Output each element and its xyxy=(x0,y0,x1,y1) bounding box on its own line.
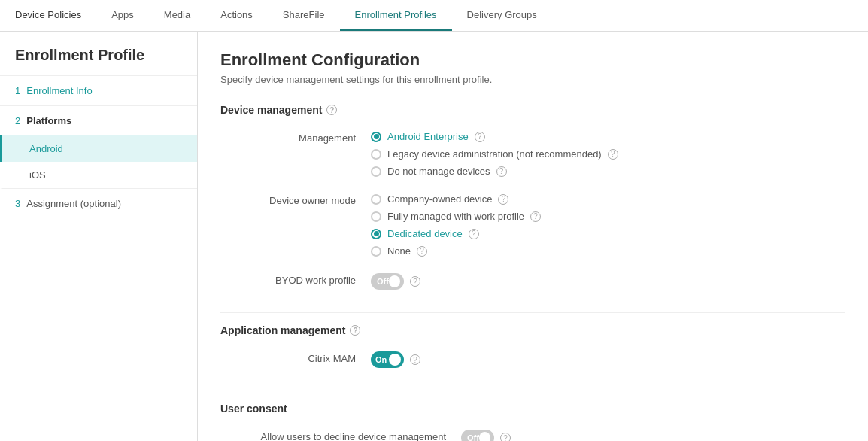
byod-toggle[interactable]: Off xyxy=(371,273,404,290)
sidebar-platform-ios[interactable]: iOS xyxy=(0,162,197,189)
legacy-help-icon[interactable]: ? xyxy=(608,149,618,160)
management-controls: Android Enterprise ? Legacy device admin… xyxy=(371,131,845,183)
citrix-mam-label: Citrix MAM xyxy=(220,351,371,364)
step-2-label: Platforms xyxy=(26,115,71,126)
step-3-number: 3 xyxy=(15,198,20,209)
citrix-mam-toggle[interactable]: On xyxy=(371,351,404,368)
nav-delivery-groups[interactable]: Delivery Groups xyxy=(452,0,552,31)
application-management-help-icon[interactable]: ? xyxy=(350,325,360,336)
company-owned-help-icon[interactable]: ? xyxy=(498,194,508,205)
radio-none-label: None xyxy=(387,245,411,257)
byod-label: BYOD work profile xyxy=(220,273,371,286)
allow-decline-help-icon[interactable]: ? xyxy=(500,433,511,441)
byod-toggle-container: Off ? xyxy=(371,273,845,290)
citrix-mam-toggle-knob xyxy=(389,354,401,366)
sidebar-steps: 1 Enrollment Info 2 Platforms Android iO… xyxy=(0,76,197,218)
sidebar: Enrollment Profile 1 Enrollment Info 2 P… xyxy=(0,32,198,441)
radio-android-enterprise-label: Android Enterprise xyxy=(387,131,469,142)
device-management-section: Device management ? Management Android E… xyxy=(220,104,845,290)
radio-legacy-circle xyxy=(371,149,381,160)
citrix-mam-toggle-label: On xyxy=(375,355,387,364)
citrix-mam-help-icon[interactable]: ? xyxy=(410,354,420,365)
step-1-number: 1 xyxy=(15,85,20,96)
byod-toggle-label: Off xyxy=(377,277,389,286)
user-consent-title: User consent xyxy=(220,403,287,415)
main-layout: Enrollment Profile 1 Enrollment Info 2 P… xyxy=(0,32,868,441)
sidebar-title: Enrollment Profile xyxy=(0,32,197,76)
device-management-header: Device management ? xyxy=(220,104,845,116)
application-management-title: Application management xyxy=(220,324,345,336)
nav-device-policies[interactable]: Device Policies xyxy=(0,0,96,31)
radio-legacy-label: Legacy device administration (not recomm… xyxy=(387,148,602,160)
radio-do-not-manage-circle xyxy=(371,166,381,177)
nav-media[interactable]: Media xyxy=(149,0,205,31)
none-help-icon[interactable]: ? xyxy=(417,246,427,257)
radio-do-not-manage-label: Do not manage devices xyxy=(387,166,490,177)
byod-help-icon[interactable]: ? xyxy=(410,276,420,287)
application-management-header: Application management ? xyxy=(220,324,845,336)
step-3-label: Assignment (optional) xyxy=(26,198,121,209)
sidebar-platform-android[interactable]: Android xyxy=(0,135,197,162)
radio-fully-managed[interactable]: Fully managed with work profile ? xyxy=(371,211,845,222)
main-content: Enrollment Configuration Specify device … xyxy=(198,32,868,441)
radio-android-enterprise[interactable]: Android Enterprise ? xyxy=(371,131,845,142)
page-subtitle: Specify device management settings for t… xyxy=(220,74,845,85)
byod-controls: Off ? xyxy=(371,273,845,290)
sidebar-step-2[interactable]: 2 Platforms xyxy=(0,106,197,135)
top-navigation: Device Policies Apps Media Actions Share… xyxy=(0,0,868,32)
radio-android-enterprise-circle xyxy=(371,132,381,142)
allow-decline-toggle[interactable]: Off xyxy=(461,430,494,441)
byod-toggle-knob xyxy=(389,275,400,287)
byod-row: BYOD work profile Off ? xyxy=(220,273,845,290)
nav-sharefile[interactable]: ShareFile xyxy=(268,0,340,31)
allow-decline-label: Allow users to decline device management xyxy=(220,430,461,441)
section-divider-2 xyxy=(220,391,845,391)
fully-managed-help-icon[interactable]: ? xyxy=(530,211,541,222)
allow-decline-toggle-knob xyxy=(479,432,490,441)
radio-fully-managed-circle xyxy=(371,211,381,222)
device-owner-row: Device owner mode Company-owned device ?… xyxy=(220,193,845,263)
radio-company-owned-label: Company-owned device xyxy=(387,193,492,205)
allow-decline-toggle-container: Off ? xyxy=(461,430,845,441)
sidebar-step-1[interactable]: 1 Enrollment Info xyxy=(0,76,197,106)
allow-decline-row: Allow users to decline device management… xyxy=(220,430,845,441)
radio-legacy-device[interactable]: Legacy device administration (not recomm… xyxy=(371,148,845,160)
allow-decline-toggle-label: Off xyxy=(467,433,479,441)
allow-decline-controls: Off ? xyxy=(461,430,845,441)
android-enterprise-help-icon[interactable]: ? xyxy=(475,132,485,142)
do-not-manage-help-icon[interactable]: ? xyxy=(496,166,507,177)
nav-actions[interactable]: Actions xyxy=(205,0,268,31)
nav-apps[interactable]: Apps xyxy=(96,0,149,31)
citrix-mam-controls: On ? xyxy=(371,351,845,368)
user-consent-section: User consent Allow users to decline devi… xyxy=(220,403,845,441)
nav-enrollment-profiles[interactable]: Enrollment Profiles xyxy=(340,0,452,31)
radio-dedicated-device[interactable]: Dedicated device ? xyxy=(371,228,845,239)
device-management-help-icon[interactable]: ? xyxy=(326,105,337,115)
device-owner-label: Device owner mode xyxy=(220,193,371,206)
page-title: Enrollment Configuration xyxy=(220,50,845,70)
device-management-title: Device management xyxy=(220,104,322,116)
radio-company-owned-circle xyxy=(371,194,381,205)
step-1-label: Enrollment Info xyxy=(26,85,92,96)
section-divider-1 xyxy=(220,312,845,313)
radio-do-not-manage[interactable]: Do not manage devices ? xyxy=(371,166,845,177)
citrix-mam-toggle-container: On ? xyxy=(371,351,845,368)
application-management-section: Application management ? Citrix MAM On ? xyxy=(220,324,845,368)
dedicated-device-help-icon[interactable]: ? xyxy=(469,229,479,239)
citrix-mam-row: Citrix MAM On ? xyxy=(220,351,845,368)
management-row: Management Android Enterprise ? Legacy d… xyxy=(220,131,845,183)
management-label: Management xyxy=(220,131,371,144)
radio-dedicated-device-circle xyxy=(371,229,381,239)
radio-none-circle xyxy=(371,246,381,257)
device-owner-controls: Company-owned device ? Fully managed wit… xyxy=(371,193,845,263)
radio-dedicated-device-label: Dedicated device xyxy=(387,228,463,239)
radio-fully-managed-label: Fully managed with work profile xyxy=(387,211,524,222)
radio-company-owned[interactable]: Company-owned device ? xyxy=(371,193,845,205)
sidebar-step-3[interactable]: 3 Assignment (optional) xyxy=(0,189,197,218)
step-2-number: 2 xyxy=(15,115,20,126)
radio-none[interactable]: None ? xyxy=(371,245,845,257)
user-consent-header: User consent xyxy=(220,403,845,415)
